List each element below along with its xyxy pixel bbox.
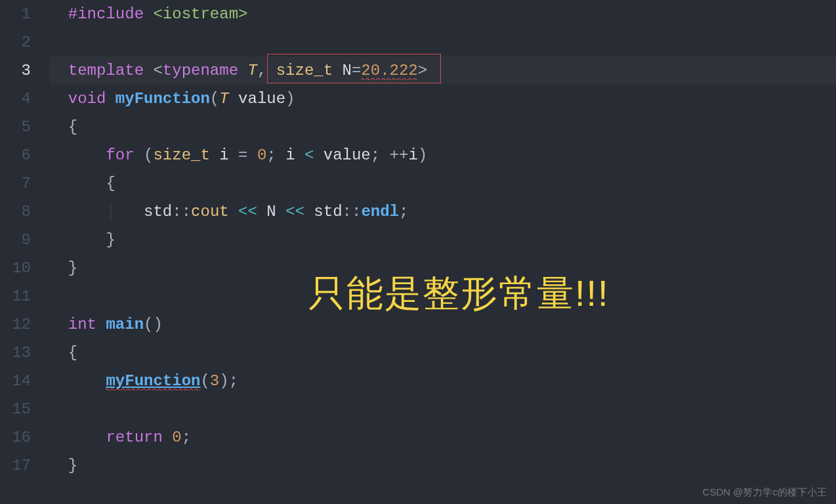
var-value: value: [324, 146, 371, 164]
var-N: N: [266, 203, 276, 220]
ns-std: std: [314, 203, 342, 220]
keyword-include: #include: [68, 5, 144, 23]
semicolon: ;: [399, 203, 408, 220]
semicolon: ;: [182, 429, 191, 446]
identifier-endl: endl: [361, 203, 399, 220]
parens: (): [144, 316, 163, 333]
paren-close: ): [285, 90, 295, 108]
code-line: for (size_t i = 0; i < value; ++i): [49, 141, 836, 169]
op-inc: ++: [390, 146, 409, 164]
brace-open: {: [68, 344, 77, 362]
var-i: i: [408, 146, 417, 164]
paren-open: (: [210, 90, 219, 108]
line-number: 15: [0, 395, 31, 423]
type-T: T: [219, 90, 228, 108]
arg-3: 3: [210, 372, 219, 390]
scope-op: ::: [343, 203, 362, 220]
line-number: 8: [0, 198, 31, 226]
code-line: │ std::cout << N << std::endl;: [49, 198, 836, 226]
line-number: 5: [0, 113, 31, 141]
code-content[interactable]: #include <iostream> template <typename T…: [49, 0, 836, 504]
line-number: 10: [0, 254, 31, 282]
code-line: [49, 28, 836, 56]
op-lt: <: [304, 146, 314, 164]
line-number: 3: [0, 56, 31, 85]
type-size_t: size_t: [153, 146, 209, 164]
code-line: }: [49, 452, 836, 480]
code-line: #include <iostream>: [49, 0, 836, 28]
code-line: myFunction(3);: [49, 367, 836, 395]
keyword-void: void: [68, 90, 106, 108]
semicolon: ;: [371, 146, 380, 164]
code-line: return 0;: [49, 423, 836, 452]
brace-close: }: [106, 231, 115, 249]
line-number-gutter: 1 2 3 4 5 6 7 8 9 10 11 12 13 14 15 16 1…: [0, 0, 49, 504]
watermark: CSDN @努力学c的楼下小王: [703, 486, 827, 499]
op-lshift: <<: [285, 203, 304, 220]
code-line: void myFunction(T value): [49, 85, 836, 113]
line-number: 9: [0, 226, 31, 254]
brace-open: {: [106, 175, 115, 192]
code-line: {: [49, 113, 836, 141]
paren-close: ): [418, 146, 427, 164]
code-editor: 1 2 3 4 5 6 7 8 9 10 11 12 13 14 15 16 1…: [0, 0, 836, 504]
param-value: value: [238, 90, 285, 108]
line-number: 14: [0, 367, 31, 395]
code-line: [49, 395, 836, 423]
active-line-highlight: [49, 56, 836, 85]
keyword-int: int: [68, 316, 96, 333]
code-line: {: [49, 169, 836, 198]
paren-open: (: [200, 372, 209, 390]
num-0: 0: [172, 429, 181, 446]
header-iostream: <iostream>: [153, 5, 247, 23]
brace-close: }: [68, 457, 77, 474]
code-line: {: [49, 339, 836, 367]
paren-close: ): [219, 372, 228, 390]
line-number: 7: [0, 169, 31, 198]
semicolon: ;: [266, 146, 276, 164]
code-line: }: [49, 226, 836, 254]
var-i: i: [219, 146, 228, 164]
op-eq: =: [238, 146, 247, 164]
keyword-for: for: [106, 146, 134, 164]
line-number: 2: [0, 28, 31, 56]
scope-op: ::: [172, 203, 191, 220]
paren-open: (: [144, 146, 153, 164]
var-i: i: [285, 146, 295, 164]
value-20-222: 20.222: [361, 62, 417, 79]
annotation-text: 只能是整形常量!!!: [308, 269, 610, 319]
line-number: 16: [0, 423, 31, 452]
fn-main: main: [106, 316, 144, 333]
line-number: 13: [0, 339, 31, 367]
brace-close: }: [68, 259, 77, 277]
line-number: 1: [0, 0, 31, 28]
fn-myFunction: myFunction: [115, 90, 210, 108]
line-number: 17: [0, 452, 31, 480]
num-0: 0: [257, 146, 266, 164]
line-number: 4: [0, 85, 31, 113]
op-lshift: <<: [238, 203, 257, 220]
identifier-cout: cout: [191, 203, 229, 220]
line-number: 11: [0, 282, 31, 310]
fn-call-myFunction: myFunction: [106, 372, 200, 390]
semicolon: ;: [229, 372, 238, 390]
line-number: 6: [0, 141, 31, 169]
line-number: 12: [0, 310, 31, 339]
brace-open: {: [68, 118, 77, 136]
keyword-return: return: [106, 429, 162, 446]
ns-std: std: [144, 203, 172, 220]
